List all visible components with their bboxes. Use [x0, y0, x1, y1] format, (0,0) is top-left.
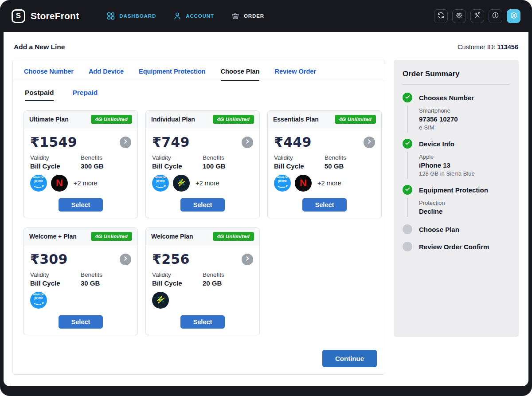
plan-badge: 4G Unlimited: [91, 232, 132, 241]
summary-step: Device Info: [403, 139, 510, 149]
profile-button[interactable]: [507, 9, 520, 23]
validity-col: ValidityBill Cycle: [274, 154, 325, 170]
netflix-letter: N: [300, 178, 307, 188]
step-done-check-icon: [403, 93, 412, 102]
validity-value: Bill Cycle: [152, 279, 203, 287]
validity-col: ValidityBill Cycle: [30, 271, 81, 287]
price-row: ₹1549: [30, 134, 131, 150]
summary-detail-line: 128 GB in Sierra Blue: [419, 170, 510, 177]
summary-step: Review Order Confirm: [403, 242, 510, 251]
plan-details-button[interactable]: [242, 137, 253, 148]
sync-icon: [437, 12, 445, 20]
benefits-label: Benefits: [203, 154, 253, 161]
partner-icons-row: amazonprimeN+2 more: [30, 175, 131, 192]
tab-choose-plan[interactable]: Choose Plan: [221, 60, 260, 81]
plan-details-button[interactable]: [364, 137, 375, 148]
benefits-col: Benefits300 GB: [81, 154, 131, 170]
summary-detail-line: e-SIM: [419, 124, 510, 131]
summary-steps: Chooses NumberSmartphone97356 10270e-SIM…: [403, 93, 510, 251]
info-icon: [492, 12, 499, 20]
top-navbar: S StoreFront DASHBOARDACCOUNTORDER: [0, 0, 532, 32]
benefits-col: Benefits20 GB: [203, 271, 253, 287]
tools-button[interactable]: [470, 9, 484, 23]
continue-button[interactable]: Continue: [322, 350, 377, 367]
benefits-value: 100 GB: [203, 162, 253, 170]
nav-menu: DASHBOARDACCOUNTORDER: [106, 12, 264, 20]
benefits-label: Benefits: [81, 154, 131, 161]
page-title: Add a New Line: [14, 43, 65, 51]
nav-item-order[interactable]: ORDER: [231, 12, 264, 20]
order-summary-panel: Order Summary Chooses NumberSmartphone97…: [394, 60, 519, 337]
plan-details-button[interactable]: [120, 137, 131, 148]
sync-button[interactable]: [434, 9, 448, 23]
hotstar-star: [176, 177, 187, 189]
plan-name: Welcome Plan: [151, 233, 193, 240]
select-plan-button[interactable]: Select: [59, 315, 103, 329]
step-pending-circle-icon: [403, 242, 412, 251]
profile-hexagon-icon: [510, 12, 518, 21]
step-done-check-icon: [403, 139, 412, 149]
price-row: ₹256: [152, 251, 253, 267]
customer-id: Customer ID: 113456: [458, 43, 518, 51]
amazon-smile: [155, 183, 166, 191]
netflix-icon: N: [51, 175, 68, 192]
amazon-prime-icon: amazonprime: [274, 175, 291, 192]
summary-detail-line: Smartphone: [419, 107, 510, 114]
chevron-right-icon: [122, 138, 129, 146]
chevron-right-icon: [122, 255, 129, 263]
hotstar-icon: [152, 292, 169, 309]
tab-equipment-protection[interactable]: Equipment Protection: [139, 60, 206, 81]
tab-add-device[interactable]: Add Device: [89, 60, 124, 81]
settings-button[interactable]: [452, 9, 466, 23]
plan-details-button[interactable]: [120, 254, 131, 265]
more-partners-label: +2 more: [317, 180, 341, 187]
tab-prepaid[interactable]: Prepaid: [72, 89, 98, 101]
validity-label: Validity: [152, 154, 203, 161]
amazon-prime-label: amazonprime: [33, 293, 44, 300]
brand-name: StoreFront: [31, 11, 79, 21]
netflix-icon: N: [295, 175, 312, 192]
select-plan-button[interactable]: Select: [180, 198, 225, 212]
amazon-smile: [277, 183, 288, 191]
plan-meta: ValidityBill CycleBenefits100 GB: [152, 154, 253, 170]
info-button[interactable]: [489, 9, 502, 23]
validity-col: ValidityBill Cycle: [152, 154, 203, 170]
benefits-col: Benefits100 GB: [203, 154, 253, 170]
select-plan-button[interactable]: Select: [180, 315, 225, 329]
hotstar-icon: [173, 175, 190, 192]
select-row: Select: [152, 315, 253, 329]
nav-item-account[interactable]: ACCOUNT: [173, 12, 214, 20]
nav-item-dashboard[interactable]: DASHBOARD: [106, 12, 156, 20]
main-layout: Choose NumberAdd DeviceEquipment Protect…: [12, 60, 520, 375]
plan-type-tabs: PostpaidPrepaid: [13, 89, 385, 101]
select-plan-button[interactable]: Select: [59, 198, 103, 212]
summary-step-details: AppleiPhone 13128 GB in Sierra Blue: [407, 152, 510, 179]
plan-card-header: Welcome Plan4G Unlimited: [146, 228, 259, 245]
account-person-icon: [173, 12, 182, 20]
order-basket-icon: [231, 12, 240, 20]
summary-step-label: Device Info: [419, 140, 454, 148]
validity-col: ValidityBill Cycle: [152, 271, 203, 287]
tab-choose-number[interactable]: Choose Number: [24, 60, 74, 81]
plan-card-body: ₹309ValidityBill CycleBenefits30 GBamazo…: [24, 245, 137, 335]
partner-icons-row: amazonprimeN+2 more: [274, 175, 375, 192]
brand[interactable]: S StoreFront: [12, 9, 79, 23]
plan-details-button[interactable]: [242, 254, 253, 265]
summary-step: Choose Plan: [403, 224, 510, 234]
summary-detail-line: iPhone 13: [419, 161, 510, 169]
benefits-col: Benefits30 GB: [81, 271, 131, 287]
step-tabs: Choose NumberAdd DeviceEquipment Protect…: [13, 60, 385, 81]
more-partners-label: +2 more: [196, 180, 219, 187]
dashboard-grid-icon: [106, 12, 115, 20]
select-plan-button[interactable]: Select: [302, 198, 347, 212]
plan-card-body: ₹749ValidityBill CycleBenefits100 GBamaz…: [146, 128, 259, 218]
summary-step-label: Chooses Number: [419, 94, 474, 102]
tab-postpaid[interactable]: Postpaid: [25, 89, 54, 101]
tab-review-order[interactable]: Review Order: [274, 60, 316, 81]
plan-card: Welcome Plan4G Unlimited₹256ValidityBill…: [145, 227, 260, 335]
nav-item-label: ORDER: [244, 13, 264, 19]
chevron-right-icon: [244, 138, 250, 146]
validity-value: Bill Cycle: [30, 162, 81, 170]
partner-icons-row: amazonprime+2 more: [152, 175, 253, 192]
benefits-value: 300 GB: [81, 162, 131, 170]
